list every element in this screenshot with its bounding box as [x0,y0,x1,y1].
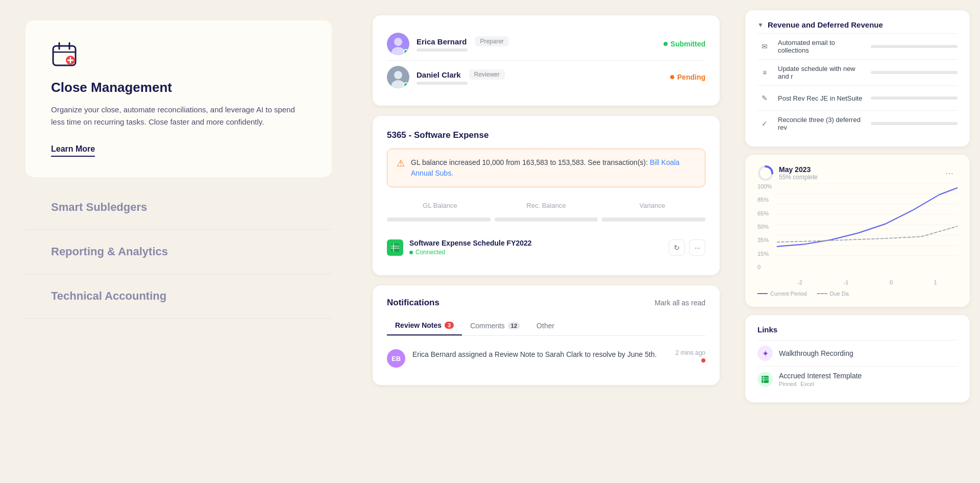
rev-item-bar-0 [871,45,958,48]
notif-unread-dot [701,358,705,363]
review-notes-badge: 3 [445,322,454,329]
schedule-actions: ↻ ··· [669,239,705,256]
chart-month: May 2023 [779,165,818,174]
learn-more-link[interactable]: Learn More [51,144,95,157]
avatar-dot-erica [403,49,409,55]
rec-balance-bar [495,218,598,222]
user-row-erica: Erica Bernard Preparer Submitted [387,28,705,60]
revenue-card: ▼ Revenue and Deferred Revenue ✉ Automat… [745,10,970,147]
notif-avatar-erica: EB [387,349,405,368]
link-item-walkthrough[interactable]: ✦ Walkthrough Recording [757,340,958,366]
link-sub-excel: Excel [800,381,814,387]
sheets-icon [387,239,403,256]
list-icon: ≡ [757,65,772,80]
link-sub-pinned: Pinned [779,381,796,387]
user-row-daniel: Daniel Clark Reviewer Pending [387,60,705,93]
rev-item-bar-1 [871,71,958,74]
more-options-button[interactable]: ··· [689,239,705,256]
balance-table: GL Balance Rec. Balance Variance [387,198,705,226]
tab-comments[interactable]: Comments 12 [462,316,528,335]
chart-complete: 55% complete [779,174,818,181]
sidebar-item-technical-accounting[interactable]: Technical Accounting [26,274,332,319]
rev-item-bar-3 [871,122,958,125]
status-pending: Pending [670,73,705,81]
revenue-item-text-1: Update schedule with new and r [778,65,865,80]
check-icon: ✓ [757,116,772,131]
tab-other[interactable]: Other [528,316,562,335]
progress-circle [757,165,774,181]
user-info-daniel: Daniel Clark Reviewer [387,66,505,88]
list-item: ✉ Automated email to collections [757,33,958,59]
avatar-dot-daniel [403,82,409,88]
variance-header: Variance [599,202,705,209]
chart-legend: Current Period Due Da [757,291,958,297]
expense-title: 5365 - Software Expense [387,130,705,140]
chart-header: May 2023 55% complete ⋯ [757,165,958,181]
revenue-header: ▼ Revenue and Deferred Revenue [757,20,958,29]
sidebar-item-smart-subledgers[interactable]: Smart Subledgers [26,185,332,230]
revenue-item-text-3: Reconcile three (3) deferred rev [778,116,865,131]
chart-card: May 2023 55% complete ⋯ 100% 85% 65% 50%… [745,155,970,307]
chart-x-labels: -2 -1 0 1 [777,279,958,285]
mark-all-read-button[interactable]: Mark all as read [654,299,705,307]
user-bar-erica [416,49,468,52]
sheets-link-icon [757,372,773,387]
list-item: ✓ Reconcile three (3) deferred rev [757,110,958,136]
schedule-title: Software Expense Schedule FY2022 [409,239,532,247]
calendar-plus-icon [51,41,78,67]
feature-description: Organize your close, automate reconcilia… [51,104,306,128]
notifications-tabs: Review Notes 3 Comments 12 Other [387,316,705,336]
list-item: ≡ Update schedule with new and r [757,59,958,85]
avatar-erica [387,33,409,55]
gl-balance-bar [387,218,491,222]
balance-headers: GL Balance Rec. Balance Variance [387,198,705,213]
link-item-accrued[interactable]: Accrued Interest Template Pinned Excel [757,366,958,392]
notification-item: EB Erica Bernard assigned a Review Note … [387,344,705,373]
notifications-header: Notifications Mark all as read [387,298,705,308]
user-name-erica: Erica Bernard [416,37,467,46]
links-title: Links [757,325,958,334]
alert-text: GL balance increased 10,000 from 163,583… [411,157,696,179]
chart-options-button[interactable]: ⋯ [941,165,958,181]
chart-area: 100% 85% 65% 50% 35% 15% 0 [757,183,958,285]
revenue-item-text-2: Post Rev Rec JE in NetSuite [778,94,865,102]
legend-line-solid [757,293,768,294]
legend-due-date: Due Da [817,291,849,297]
connected-status: Connected [409,249,532,256]
rec-balance-header: Rec. Balance [493,202,599,209]
email-icon: ✉ [757,39,772,54]
chevron-down-icon[interactable]: ▼ [757,21,764,29]
role-badge-erica: Preparer [475,36,509,46]
sidebar-item-reporting-analytics[interactable]: Reporting & Analytics [26,230,332,274]
balance-bars [387,213,705,226]
legend-line-dashed [817,293,827,294]
feature-title: Close Management [51,80,306,95]
link-text-walkthrough: Walkthrough Recording [779,349,853,357]
gl-balance-header: GL Balance [387,202,493,209]
notif-text: Erica Bernard assigned a Review Note to … [412,349,668,360]
status-dot-pending [670,75,674,79]
chart-y-labels: 100% 85% 65% 50% 35% 15% 0 [757,183,777,270]
notifications-card: Notifications Mark all as read Review No… [373,285,720,385]
user-bar-daniel [416,82,468,85]
notifications-title: Notifications [387,298,439,308]
link-text-accrued: Accrued Interest Template [779,372,862,380]
svg-rect-27 [762,376,769,383]
svg-rect-13 [391,244,399,252]
expense-card: 5365 - Software Expense ⚠ GL balance inc… [373,116,720,275]
user-name-daniel: Daniel Clark [416,70,461,79]
rev-item-bar-2 [871,96,958,100]
revenue-title: Revenue and Deferred Revenue [768,20,883,29]
revenue-items: ✉ Automated email to collections ≡ Updat… [757,33,958,136]
status-submitted: Submitted [664,40,705,48]
refresh-button[interactable]: ↻ [669,239,685,256]
tab-review-notes[interactable]: Review Notes 3 [387,316,462,335]
alert-box: ⚠ GL balance increased 10,000 from 163,5… [387,149,705,187]
close-management-card: Close Management Organize your close, au… [26,20,332,177]
edit-icon: ✎ [757,91,772,105]
user-status-card: Erica Bernard Preparer Submitted [373,15,720,106]
right-panel: ▼ Revenue and Deferred Revenue ✉ Automat… [735,0,980,483]
comments-badge: 12 [508,322,520,329]
status-dot-submitted [664,42,668,46]
schedule-row: Software Expense Schedule FY2022 Connect… [387,234,705,261]
